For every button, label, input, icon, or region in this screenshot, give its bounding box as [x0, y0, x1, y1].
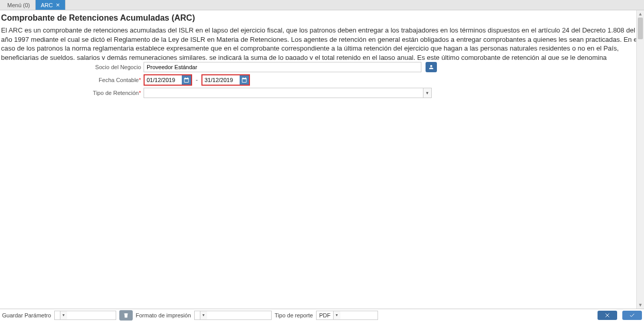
business-partner-lookup-button[interactable] — [426, 62, 437, 72]
date-to-calendar-button[interactable] — [240, 75, 249, 85]
print-format-value — [195, 311, 200, 319]
business-partner-label: Socio del Negocio — [0, 64, 144, 70]
save-parameter-value — [55, 311, 60, 319]
retention-type-select[interactable]: ▾ — [144, 88, 432, 98]
print-format-select[interactable]: ▾ — [194, 311, 272, 320]
close-icon[interactable]: × — [56, 2, 60, 8]
scroll-down-arrow[interactable]: ▼ — [637, 301, 644, 309]
date-to-field — [201, 74, 250, 86]
tab-arc[interactable]: ARC × — [36, 0, 66, 10]
report-type-select[interactable]: PDF ▾ — [316, 311, 378, 320]
calendar-icon — [241, 77, 247, 83]
report-type-label: Tipo de reporte — [275, 312, 313, 318]
scroll-up-arrow[interactable]: ▲ — [637, 10, 644, 18]
chevron-down-icon: ▾ — [200, 311, 207, 319]
x-icon — [603, 312, 612, 318]
accounting-date-label: Fecha Contable* — [0, 77, 144, 83]
trash-icon — [123, 312, 129, 318]
save-parameter-select[interactable]: ▾ — [54, 311, 116, 320]
business-partner-input[interactable] — [144, 62, 421, 72]
description-panel: Comprobante de Retenciones Acumuladas (A… — [0, 10, 643, 60]
footer-toolbar: Guardar Parámetro ▾ Formato de impresión… — [0, 309, 644, 321]
delete-parameter-button[interactable] — [119, 310, 133, 320]
tab-bar: Menú (0) ARC × — [0, 0, 644, 10]
retention-type-value — [144, 88, 423, 98]
print-format-label: Formato de impresión — [136, 312, 191, 318]
tab-menu[interactable]: Menú (0) — [2, 0, 36, 10]
date-from-field — [144, 74, 192, 86]
date-range-separator: - — [196, 76, 198, 84]
page-title: Comprobante de Retenciones Acumuladas (A… — [1, 13, 639, 23]
report-type-value: PDF — [317, 311, 333, 319]
row-retention-type: Tipo de Retención* ▾ — [0, 87, 643, 99]
ok-button[interactable] — [622, 311, 642, 320]
calendar-icon — [183, 77, 190, 83]
save-parameter-label: Guardar Parámetro — [2, 312, 51, 318]
date-to-input[interactable] — [202, 75, 240, 85]
page-description: El ARC es un comprobante de retenciones … — [1, 26, 639, 60]
vertical-scrollbar[interactable]: ▲ ▼ — [636, 10, 644, 309]
check-icon — [627, 312, 637, 318]
chevron-down-icon: ▾ — [60, 311, 67, 319]
row-accounting-date: Fecha Contable* - — [0, 74, 643, 86]
tab-arc-label: ARC — [41, 2, 53, 8]
chevron-down-icon: ▾ — [333, 311, 340, 319]
form-panel: Socio del Negocio Fecha Contable* - — [0, 60, 643, 100]
date-from-calendar-button[interactable] — [182, 75, 191, 85]
chevron-down-icon: ▾ — [423, 88, 431, 98]
retention-type-label: Tipo de Retención* — [0, 90, 144, 96]
row-business-partner: Socio del Negocio — [0, 61, 643, 73]
scroll-thumb[interactable] — [638, 18, 643, 39]
user-icon — [428, 64, 434, 70]
cancel-button[interactable] — [598, 311, 617, 320]
content-area: Comprobante de Retenciones Acumuladas (A… — [0, 10, 644, 321]
tab-menu-label: Menú (0) — [7, 2, 30, 8]
date-from-input[interactable] — [145, 75, 182, 85]
